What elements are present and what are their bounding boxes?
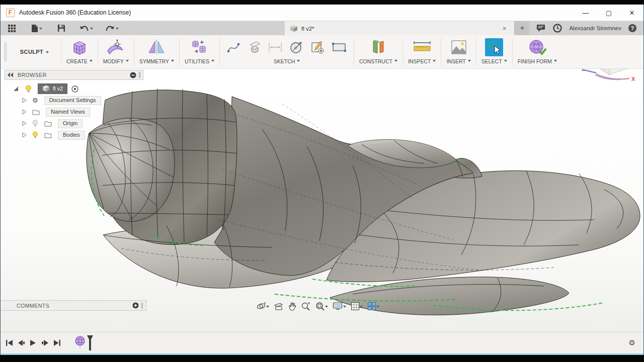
toolbar-grip-handle[interactable] bbox=[5, 42, 7, 61]
collapsed-triangle-icon[interactable] bbox=[22, 109, 27, 115]
timeline-position-marker[interactable] bbox=[87, 335, 94, 350]
panel-resize-handle[interactable] bbox=[139, 72, 140, 78]
timeline-play-button[interactable] bbox=[30, 339, 37, 346]
browser-item-origin[interactable]: Origin bbox=[20, 118, 143, 129]
data-panel-button[interactable] bbox=[6, 23, 18, 34]
edit-sketch-icon[interactable] bbox=[310, 40, 325, 54]
ribbon-label-modify: MODIFY bbox=[103, 58, 124, 64]
ribbon-group-construct[interactable]: CONSTRUCT bbox=[354, 35, 403, 68]
undo-button[interactable] bbox=[77, 23, 95, 34]
ribbon-group-select[interactable]: SELECT bbox=[476, 35, 512, 68]
timeline-step-back-button[interactable] bbox=[18, 339, 25, 346]
ribbon-group-insert[interactable]: INSERT bbox=[441, 35, 475, 68]
sketch-dimension-icon[interactable] bbox=[268, 42, 282, 53]
ribbon-group-inspect[interactable]: INSPECT bbox=[403, 35, 441, 68]
grid-settings-button[interactable] bbox=[349, 301, 364, 312]
ribbon-label-inspect: INSPECT bbox=[408, 58, 431, 64]
orbit-button[interactable] bbox=[255, 301, 271, 312]
visibility-bulb-on-icon[interactable] bbox=[32, 131, 38, 139]
collapse-arrows-icon[interactable] bbox=[8, 72, 14, 77]
minimize-button[interactable]: — bbox=[574, 5, 597, 21]
ribbon-group-utilities[interactable]: UTILITIES bbox=[180, 35, 219, 68]
dropdown-caret-icon bbox=[126, 60, 129, 63]
viewcube-z-label[interactable]: Z bbox=[582, 69, 585, 72]
redo-button[interactable] bbox=[103, 23, 121, 34]
comments-panel-header[interactable]: COMMENTS bbox=[1, 300, 146, 311]
file-menu-button[interactable] bbox=[29, 23, 44, 34]
look-at-button[interactable] bbox=[272, 301, 285, 312]
dropdown-caret-icon bbox=[343, 306, 346, 309]
root-component-chip[interactable]: fl v2 bbox=[38, 83, 67, 94]
panel-collapse-icon[interactable] bbox=[130, 72, 136, 78]
workspace-selector[interactable]: SCULPT bbox=[8, 35, 61, 68]
symmetry-mirror-icon bbox=[147, 38, 166, 56]
viewport-canvas[interactable]: FRONT RIGHT Z X BROWSER bbox=[1, 69, 643, 332]
create-sketch-icon[interactable] bbox=[247, 40, 261, 54]
dropdown-caret-icon bbox=[433, 60, 436, 63]
close-button[interactable]: ✕ bbox=[620, 5, 643, 21]
form-feature-icon[interactable] bbox=[74, 335, 87, 348]
ribbon-group-modify[interactable]: MODIFY bbox=[98, 35, 134, 68]
spline-tool-icon[interactable] bbox=[227, 41, 240, 54]
browser-root-row[interactable]: fl v2 bbox=[11, 83, 143, 94]
document-cube-icon bbox=[290, 25, 298, 32]
root-component-name: fl v2 bbox=[53, 85, 63, 92]
browser-header[interactable]: BROWSER bbox=[5, 70, 143, 80]
timeline-go-to-start-button[interactable] bbox=[6, 339, 13, 346]
viewports-button[interactable] bbox=[366, 301, 381, 312]
tab-bar: fl v2* × + Alexsandr Stremnev ? bbox=[1, 21, 643, 35]
sketch-circle-icon[interactable] bbox=[289, 40, 303, 54]
ribbon-label-construct: CONSTRUCT bbox=[359, 58, 392, 64]
tab-close-button[interactable]: × bbox=[500, 25, 510, 32]
folder-icon bbox=[44, 132, 52, 138]
browser-item-named-views[interactable]: Named Views bbox=[20, 107, 143, 117]
dropdown-caret-icon bbox=[90, 28, 93, 31]
viewcube-x-axis bbox=[596, 74, 629, 79]
panel-resize-handle[interactable] bbox=[141, 303, 143, 309]
visibility-bulb-off-icon[interactable] bbox=[32, 120, 38, 127]
timeline-step-forward-button[interactable] bbox=[41, 339, 49, 346]
ribbon-label-insert: INSERT bbox=[446, 58, 465, 64]
collapsed-triangle-icon[interactable] bbox=[22, 132, 27, 138]
ribbon-label-select: SELECT bbox=[481, 58, 502, 64]
sketch-rectangle-icon[interactable] bbox=[332, 42, 347, 53]
ribbon-group-finish-form[interactable]: FINISH FORM bbox=[513, 35, 562, 68]
document-tab[interactable]: fl v2* × bbox=[285, 21, 514, 35]
timeline-form-feature[interactable] bbox=[74, 335, 94, 350]
pan-button[interactable] bbox=[286, 301, 298, 312]
dropdown-caret-icon bbox=[360, 306, 363, 309]
job-status-clock-icon[interactable] bbox=[553, 24, 562, 33]
file-icon bbox=[31, 24, 38, 33]
display-settings-button[interactable] bbox=[331, 301, 348, 312]
select-tool-active-highlight[interactable] bbox=[485, 38, 503, 56]
timeline-go-to-end-button[interactable] bbox=[53, 339, 61, 346]
finish-form-icon bbox=[527, 38, 547, 56]
maximize-button[interactable]: ▢ bbox=[597, 5, 620, 21]
save-button[interactable] bbox=[55, 23, 67, 34]
ribbon-group-create[interactable]: CREATE bbox=[61, 35, 98, 68]
browser-item-bodies[interactable]: Bodies bbox=[20, 130, 143, 140]
activate-radio-icon[interactable] bbox=[71, 85, 78, 93]
comments-expand-icon[interactable] bbox=[132, 302, 139, 309]
notification-comment-icon[interactable] bbox=[536, 24, 546, 32]
timeline-settings-gear-icon[interactable]: ⚙ bbox=[629, 338, 635, 347]
undo-icon bbox=[79, 25, 89, 32]
fit-button[interactable] bbox=[313, 301, 330, 312]
browser-item-document-settings[interactable]: ⚙ Document Settings bbox=[20, 95, 143, 106]
ribbon-group-sketch[interactable]: SKETCH bbox=[220, 35, 354, 68]
inspect-measure-icon bbox=[412, 39, 432, 56]
browser-title: BROWSER bbox=[18, 72, 47, 78]
new-tab-button[interactable]: + bbox=[514, 21, 529, 35]
dropdown-caret-icon bbox=[266, 306, 269, 309]
help-button[interactable]: ? bbox=[628, 24, 636, 32]
collapsed-triangle-icon[interactable] bbox=[22, 121, 27, 126]
pan-hand-icon bbox=[288, 302, 296, 311]
user-account-name[interactable]: Alexsandr Stremnev bbox=[569, 25, 621, 31]
expanded-triangle-icon[interactable] bbox=[13, 86, 19, 92]
visibility-bulb-on-icon[interactable] bbox=[25, 85, 32, 93]
collapsed-triangle-icon[interactable] bbox=[22, 98, 27, 103]
viewcube-x-label[interactable]: X bbox=[631, 76, 635, 82]
viewcube[interactable]: FRONT RIGHT Z X bbox=[581, 69, 636, 87]
zoom-button[interactable] bbox=[299, 301, 312, 312]
ribbon-group-symmetry[interactable]: SYMMETRY bbox=[134, 35, 179, 68]
